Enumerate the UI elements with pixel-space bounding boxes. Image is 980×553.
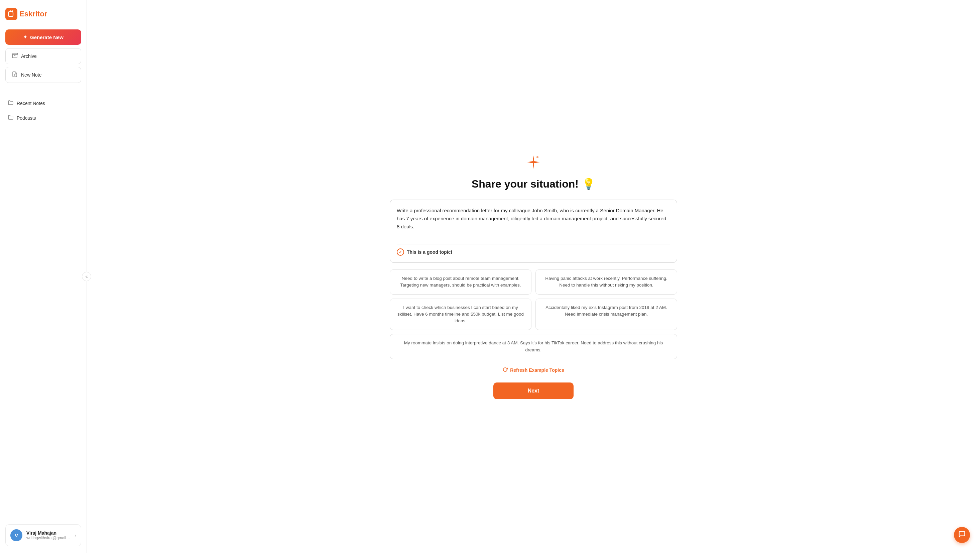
main-content-area: Share your situation! 💡 ✓ This is a good…: [87, 0, 980, 553]
support-button[interactable]: [954, 527, 970, 543]
archive-label: Archive: [21, 54, 37, 59]
sidebar-item-recent-notes[interactable]: Recent Notes: [5, 97, 81, 110]
example-topic-5[interactable]: My roommate insists on doing interpretiv…: [390, 334, 677, 359]
logo-icon: [5, 8, 18, 20]
example-topics-grid: Need to write a blog post about remote t…: [390, 269, 677, 330]
generate-btn-label: Generate New: [30, 34, 64, 40]
refresh-icon: [503, 367, 508, 373]
sparkle-icon: ✦: [23, 34, 27, 40]
next-label: Next: [528, 388, 539, 394]
topic-input-container: ✓ This is a good topic!: [390, 199, 677, 263]
archive-button[interactable]: Archive: [5, 48, 81, 64]
check-circle-icon: ✓: [397, 249, 404, 256]
example-topic-3[interactable]: I want to check which businesses I can s…: [390, 298, 531, 330]
collapse-sidebar-button[interactable]: «: [82, 272, 91, 281]
page-title: Share your situation! 💡: [472, 177, 595, 190]
logo-text: Eskritor: [19, 10, 47, 18]
folder-icon: [8, 100, 13, 107]
title-text: Share your situation!: [472, 178, 579, 190]
example-topic-1[interactable]: Need to write a blog post about remote t…: [390, 269, 531, 295]
support-icon: [958, 531, 966, 540]
new-note-icon: [12, 71, 18, 78]
good-topic-badge: ✓ This is a good topic!: [397, 244, 670, 256]
svg-rect-1: [12, 53, 18, 54]
svg-rect-0: [8, 12, 13, 16]
refresh-example-topics-button[interactable]: Refresh Example Topics: [503, 366, 564, 375]
logo-area: Eskritor: [5, 7, 81, 21]
avatar: V: [10, 529, 22, 541]
podcasts-folder-icon: [8, 115, 13, 121]
sparkle-decoration-icon: [525, 154, 542, 174]
next-button[interactable]: Next: [493, 382, 574, 399]
lightbulb-emoji: 💡: [582, 177, 595, 190]
new-note-button[interactable]: New Note: [5, 67, 81, 83]
svg-point-5: [536, 156, 538, 158]
example-topic-2[interactable]: Having panic attacks at work recently. P…: [535, 269, 677, 295]
sidebar-item-podcasts[interactable]: Podcasts: [5, 112, 81, 125]
user-profile-area[interactable]: V Viraj Mahajan writingwithviraj@gmail.c…: [5, 524, 81, 546]
collapse-icon: «: [86, 274, 88, 279]
chevron-right-icon: ›: [75, 532, 76, 538]
generate-new-button[interactable]: ✦ Generate New: [5, 29, 81, 45]
user-info: Viraj Mahajan writingwithviraj@gmail.com: [26, 530, 70, 540]
refresh-label: Refresh Example Topics: [510, 367, 564, 373]
user-name: Viraj Mahajan: [26, 530, 70, 535]
recent-notes-label: Recent Notes: [17, 100, 45, 106]
podcasts-label: Podcasts: [17, 115, 36, 121]
sidebar: Eskritor ✦ Generate New Archive New No: [0, 0, 87, 553]
topic-textarea[interactable]: [397, 207, 670, 239]
new-note-label: New Note: [21, 72, 41, 78]
example-topic-4[interactable]: Accidentally liked my ex's Instagram pos…: [535, 298, 677, 330]
good-topic-text: This is a good topic!: [407, 249, 452, 255]
user-email: writingwithviraj@gmail.com: [26, 535, 70, 540]
sidebar-divider: [5, 91, 81, 91]
logo-brand: Eskritor: [19, 10, 47, 18]
main-content-wrapper: Share your situation! 💡 ✓ This is a good…: [390, 154, 677, 399]
archive-icon: [12, 53, 18, 60]
